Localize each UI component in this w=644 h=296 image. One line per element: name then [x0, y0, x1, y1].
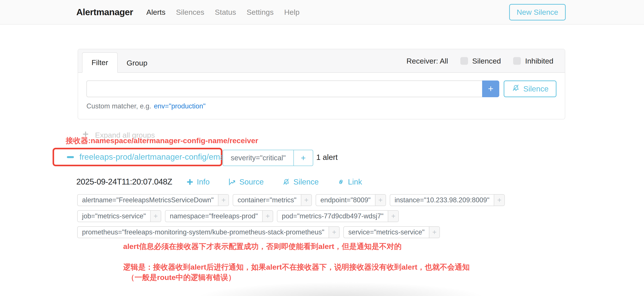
main-nav: Alerts Silences Status Settings Help: [146, 8, 300, 16]
alert-source-link[interactable]: Source: [228, 178, 264, 186]
matcher-input[interactable]: [86, 80, 482, 97]
filter-card: Filter Group Receiver: All Silenced Inhi…: [78, 49, 565, 120]
label-tag-text: alertname="FreeleapsMetricsServiceDown": [78, 194, 218, 206]
bell-slash-icon: [282, 178, 290, 186]
label-tag-text: job="metrics-service": [78, 211, 150, 222]
nav-item-silences[interactable]: Silences: [176, 8, 204, 16]
alert-count: 1 alert: [316, 153, 338, 162]
alert-header-row: 2025-09-24T11:20:07.048Z Info Source: [76, 177, 362, 186]
annotation-red-box: freeleaps-prod/alertmanager-config/email: [52, 148, 222, 166]
label-tag: alertname="FreeleapsMetricsServiceDown" …: [77, 194, 229, 206]
annotation-receiver-note: 接收器:namespace/altermanager-config-name/r…: [66, 136, 258, 146]
label-tag: container="metrics" +: [233, 194, 312, 206]
helper-text: Custom matcher, e.g.: [86, 102, 151, 110]
alert-actions: Info Source Silence: [186, 178, 362, 186]
label-tag-text: container="metrics": [233, 194, 301, 206]
label-tag: job="metrics-service" +: [77, 210, 161, 222]
receiver-selector[interactable]: Receiver: All: [406, 56, 448, 65]
chart-icon: [228, 178, 236, 186]
filter-card-header: Filter Group Receiver: All Silenced Inhi…: [78, 49, 565, 73]
plus-icon: [186, 178, 194, 186]
add-matcher-button[interactable]: +: [482, 80, 499, 97]
group-matcher-label: severity="critical": [223, 150, 294, 166]
alert-timestamp: 2025-09-24T11:20:07.048Z: [76, 177, 172, 186]
silenced-toggle[interactable]: Silenced: [460, 56, 501, 65]
label-tag-add-button[interactable]: +: [301, 194, 312, 206]
filter-header-controls: Receiver: All Silenced Inhibited: [406, 56, 554, 65]
filter-card-body: + Silence Custom matcher, e.g. env="prod…: [78, 73, 565, 118]
alert-silence-button[interactable]: Silence: [282, 178, 319, 186]
label-tag-text: namespace="freeleaps-prod": [166, 211, 262, 222]
label-tag-add-button[interactable]: +: [328, 227, 339, 238]
helper-example-link[interactable]: env="production": [154, 102, 206, 110]
label-tag-text: pod="metrics-77d9cdb497-wdsj7": [277, 211, 388, 222]
label-tag-add-button[interactable]: +: [429, 227, 440, 238]
top-navbar: Alertmanager Alerts Silences Status Sett…: [0, 0, 644, 25]
inhibited-label: Inhibited: [525, 56, 554, 65]
label-tag-text: endpoint="8009": [316, 194, 375, 206]
label-tag-text: instance="10.233.98.209:8009": [390, 194, 494, 206]
alert-source-label: Source: [239, 178, 264, 186]
inhibited-checkbox[interactable]: [513, 57, 521, 65]
matcher-input-row: + Silence: [86, 80, 556, 97]
inhibited-toggle[interactable]: Inhibited: [513, 56, 554, 65]
label-tag: prometheus="freeleaps-monitoring-system/…: [77, 226, 340, 238]
annotation-note-3: （一般是route中的逻辑有错误）: [127, 272, 236, 282]
annotation-note-2: 逻辑是：接收器收到alert后进行通知，如果alert不在接收器下，说明接收器没…: [123, 262, 470, 272]
alert-link-label: Link: [348, 178, 362, 186]
nav-item-alerts[interactable]: Alerts: [146, 8, 166, 16]
minus-icon[interactable]: [67, 156, 74, 158]
silenced-checkbox[interactable]: [460, 57, 468, 65]
label-tag-add-button[interactable]: +: [388, 211, 398, 222]
alert-generator-link[interactable]: Link: [337, 178, 362, 186]
tab-group[interactable]: Group: [118, 53, 156, 73]
nav-item-help[interactable]: Help: [284, 8, 300, 16]
group-matcher-add-button[interactable]: +: [294, 150, 313, 166]
label-tag-text: service="metrics-service": [344, 227, 429, 238]
label-tag: service="metrics-service" +: [343, 226, 440, 238]
tab-filter[interactable]: Filter: [82, 52, 118, 73]
alert-info-button[interactable]: Info: [186, 178, 210, 186]
annotation-note-1: alert信息必须在接收器下才表示配置成功，否则即使能看到alert，但是通知是…: [123, 242, 402, 252]
label-tag: pod="metrics-77d9cdb497-wdsj7" +: [277, 210, 399, 222]
silence-filter-label: Silence: [523, 84, 548, 93]
label-tag: instance="10.233.98.209:8009" +: [390, 194, 505, 206]
matcher-helper: Custom matcher, e.g. env="production": [86, 102, 556, 110]
app-brand[interactable]: Alertmanager: [76, 7, 133, 17]
label-tag-add-button[interactable]: +: [262, 211, 273, 222]
alert-silence-label: Silence: [294, 178, 319, 186]
label-tag-text: prometheus="freeleaps-monitoring-system/…: [78, 227, 328, 238]
new-silence-button[interactable]: New Silence: [509, 4, 566, 20]
nav-item-status[interactable]: Status: [215, 8, 236, 16]
nav-item-settings[interactable]: Settings: [246, 8, 274, 16]
bell-slash-icon: [512, 84, 520, 94]
label-tag-add-button[interactable]: +: [375, 194, 386, 206]
filter-tabs: Filter Group: [82, 52, 156, 73]
alert-info-label: Info: [197, 178, 210, 186]
label-tag-add-button[interactable]: +: [218, 194, 228, 206]
alert-labels: alertname="FreeleapsMetricsServiceDown" …: [77, 194, 528, 238]
group-matcher-tag: severity="critical" +: [222, 150, 313, 166]
group-receiver-link[interactable]: freeleaps-prod/alertmanager-config/email: [80, 152, 228, 162]
label-tag: endpoint="8009" +: [316, 194, 386, 206]
silenced-label: Silenced: [472, 56, 501, 65]
label-tag: namespace="freeleaps-prod" +: [165, 210, 273, 222]
label-tag-add-button[interactable]: +: [494, 194, 504, 206]
label-tag-add-button[interactable]: +: [150, 211, 161, 222]
chain-icon: [337, 178, 345, 186]
silence-filter-button[interactable]: Silence: [504, 80, 556, 97]
